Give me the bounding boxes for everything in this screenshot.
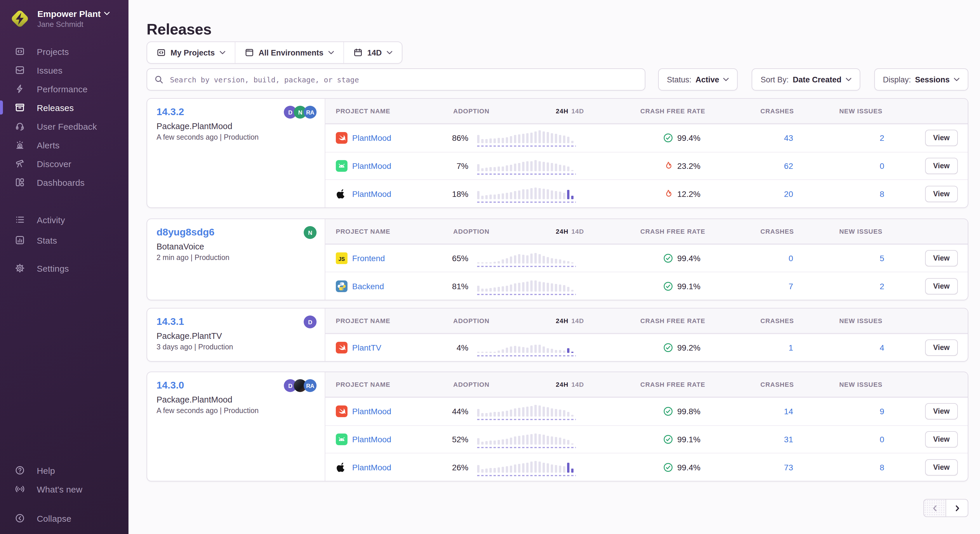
- release-meta: 3 days ago | Production: [156, 343, 315, 351]
- view-button[interactable]: View: [925, 130, 958, 146]
- view-button[interactable]: View: [925, 158, 958, 174]
- crashes-count-link[interactable]: 0: [760, 253, 793, 263]
- sidebar-item-label: Help: [37, 465, 55, 475]
- broadcast-icon: [14, 484, 25, 494]
- release-version-link[interactable]: 14.3.0: [156, 380, 184, 391]
- adoption-sparkline: [477, 157, 574, 175]
- crash-free-check-icon: [663, 406, 673, 416]
- new-issues-count-link[interactable]: 9: [837, 406, 884, 416]
- active-indicator: [0, 100, 3, 115]
- sidebar-item-discover[interactable]: Discover: [0, 154, 129, 173]
- crashes-count-link[interactable]: 73: [760, 462, 793, 472]
- crashes-count-link[interactable]: 1: [760, 343, 793, 352]
- sidebar-item-user-feedback[interactable]: User Feedback: [0, 117, 129, 135]
- sidebar-item-label: Stats: [37, 235, 57, 245]
- project-link[interactable]: PlantMood: [352, 161, 391, 171]
- table-header-row: PROJECT NAME ADOPTION 24H14D CRASH FREE …: [325, 372, 968, 397]
- sidebar-item-issues[interactable]: Issues: [0, 61, 129, 80]
- next-page-button[interactable]: [945, 499, 968, 517]
- apple-icon: [336, 188, 347, 199]
- projects-filter[interactable]: My Projects: [147, 42, 235, 63]
- sidebar-item-alerts[interactable]: Alerts: [0, 135, 129, 154]
- sidebar-item-dashboards[interactable]: Dashboards: [0, 173, 129, 191]
- avatar[interactable]: RA: [304, 106, 317, 119]
- project-link[interactable]: PlantMood: [352, 462, 391, 472]
- sidebar-item-projects[interactable]: Projects: [0, 42, 129, 61]
- sidebar-item-settings[interactable]: Settings: [0, 259, 129, 277]
- dashboard-grid-icon: [14, 177, 25, 188]
- crashes-count-link[interactable]: 31: [760, 435, 793, 444]
- new-issues-count-link[interactable]: 0: [837, 161, 884, 171]
- swift-icon: [336, 342, 347, 354]
- new-issues-count-link[interactable]: 5: [837, 253, 884, 263]
- crash-free-rate: 99.4%: [677, 462, 700, 472]
- crashes-count-link[interactable]: 7: [760, 281, 793, 291]
- release-info: 14.3.0 DRA Package.PlantMood A few secon…: [147, 372, 325, 481]
- crashes-count-link[interactable]: 20: [760, 189, 793, 198]
- new-issues-count-link[interactable]: 8: [837, 189, 884, 198]
- project-link[interactable]: Backend: [352, 281, 384, 291]
- avatar-group: DNRA: [284, 106, 317, 119]
- new-issues-count-link[interactable]: 8: [837, 462, 884, 472]
- sort-by-dropdown[interactable]: Sort By:Date Created: [752, 69, 860, 91]
- sidebar-collapse-button[interactable]: Collapse: [0, 509, 129, 528]
- org-switcher[interactable]: Empower Plant Jane Schmidt: [8, 7, 110, 30]
- col-new-issues: NEW ISSUES: [837, 228, 890, 235]
- sidebar-item-help[interactable]: Help: [0, 461, 129, 480]
- view-button[interactable]: View: [925, 278, 958, 294]
- swift-icon: [336, 132, 347, 144]
- view-button[interactable]: View: [925, 459, 958, 475]
- sidebar-item-activity[interactable]: Activity: [0, 210, 129, 229]
- crash-fire-icon: [663, 161, 673, 171]
- release-table: PROJECT NAME ADOPTION 24H14D CRASH FREE …: [325, 219, 968, 300]
- crash-free-check-icon: [663, 132, 673, 143]
- sidebar-item-stats[interactable]: Stats: [0, 231, 129, 249]
- gear-icon: [14, 263, 25, 273]
- previous-page-button[interactable]: [923, 499, 946, 517]
- project-link[interactable]: PlantMood: [352, 189, 391, 198]
- release-card: 14.3.2 DNRA Package.PlantMood A few seco…: [146, 98, 968, 208]
- sidebar: Empower Plant Jane Schmidt Projects Issu…: [0, 0, 129, 534]
- view-button[interactable]: View: [925, 431, 958, 448]
- view-button[interactable]: View: [925, 250, 958, 266]
- view-button[interactable]: View: [925, 403, 958, 419]
- sidebar-item-whats-new[interactable]: What's new: [0, 480, 129, 498]
- release-version-link[interactable]: d8yug8sdg6: [156, 227, 214, 238]
- new-issues-count-link[interactable]: 4: [837, 343, 884, 352]
- project-link[interactable]: PlantMood: [352, 133, 391, 143]
- avatar[interactable]: N: [304, 226, 317, 239]
- new-issues-count-link[interactable]: 2: [837, 281, 884, 291]
- release-version-link[interactable]: 14.3.2: [156, 106, 184, 118]
- sidebar-item-label: Settings: [37, 263, 69, 273]
- project-link[interactable]: PlantMood: [352, 406, 391, 416]
- status-dropdown[interactable]: Status:Active: [658, 69, 738, 91]
- release-version-link[interactable]: 14.3.1: [156, 316, 184, 327]
- new-issues-count-link[interactable]: 0: [837, 435, 884, 444]
- crash-fire-icon: [663, 188, 673, 199]
- crashes-count-link[interactable]: 14: [760, 406, 793, 416]
- view-button[interactable]: View: [925, 340, 958, 356]
- collapse-icon: [14, 513, 25, 523]
- project-link[interactable]: Frontend: [352, 253, 385, 263]
- display-label: Display:: [883, 75, 911, 84]
- avatar[interactable]: RA: [304, 379, 317, 392]
- project-link[interactable]: PlantTV: [352, 343, 381, 352]
- search-input[interactable]: [169, 75, 638, 84]
- view-button[interactable]: View: [925, 185, 958, 202]
- avatar[interactable]: D: [304, 316, 317, 328]
- date-range-label: 14D: [368, 48, 382, 57]
- environments-filter[interactable]: All Environments: [235, 42, 344, 63]
- sidebar-item-performance[interactable]: Performance: [0, 80, 129, 98]
- date-range-filter[interactable]: 14D: [344, 42, 402, 63]
- new-issues-count-link[interactable]: 2: [837, 133, 884, 143]
- sidebar-item-label: Activity: [37, 215, 65, 225]
- crashes-count-link[interactable]: 43: [760, 133, 793, 143]
- crashes-count-link[interactable]: 62: [760, 161, 793, 171]
- adoption-sparkline: [477, 403, 574, 420]
- col-crash-free-rate: CRASH FREE RATE: [585, 317, 760, 324]
- app-window: Empower Plant Jane Schmidt Projects Issu…: [0, 0, 980, 534]
- display-dropdown[interactable]: Display:Sessions: [874, 69, 968, 91]
- table-row: PlantMood 86% 99.4% 43 2 View: [325, 124, 968, 151]
- project-link[interactable]: PlantMood: [352, 435, 391, 444]
- sidebar-item-releases[interactable]: Releases: [0, 98, 129, 117]
